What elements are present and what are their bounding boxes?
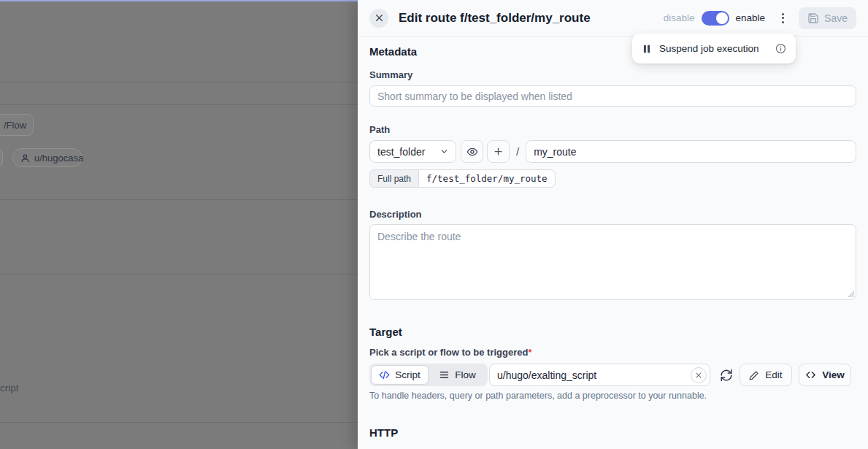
tab-flow-label: Flow [455,369,476,380]
description-wrap [369,224,856,300]
http-heading: HTTP [369,426,856,439]
runnable-kind-toggle: Script Flow [369,364,488,386]
toggle-enable-label: enable [736,12,766,23]
code-icon [379,369,390,380]
edit-runnable-button[interactable]: Edit [740,364,792,386]
app: /Flow u/hugocasa cript Edit route f/test… [0,0,868,449]
close-button[interactable] [369,9,388,28]
background-user-chip-label: u/hugocasa [34,153,83,164]
angle-brackets-icon [805,369,816,380]
background-chip-fragment [0,148,3,167]
suspend-job-label: Suspend job execution [659,43,775,54]
background-divider [0,199,358,200]
info-icon [775,43,786,54]
background-flow-chip-label: /Flow [4,120,26,131]
description-textarea[interactable] [369,224,856,300]
toggle-knob [716,12,728,24]
summary-label: Summary [369,70,856,80]
drawer-header: Edit route f/test_folder/my_route disabl… [358,0,868,37]
save-icon [807,12,819,24]
save-button-label: Save [824,12,848,24]
refresh-icon [720,369,733,382]
tab-script[interactable]: Script [371,365,429,385]
x-icon [695,372,702,379]
path-label: Path [369,125,856,135]
full-path-row: Full path f/test_folder/my_route [369,169,556,188]
background-divider [0,422,358,423]
full-path-value: f/test_folder/my_route [418,169,556,188]
preview-folder-button[interactable] [461,140,483,163]
plus-icon [493,146,504,157]
background-script-fragment: cript [0,383,19,394]
person-icon [20,153,30,163]
target-row: Script Flow [369,364,856,386]
background-divider [0,82,358,82]
runnable-input-wrap [489,364,710,386]
tab-flow[interactable]: Flow [429,365,486,385]
edit-route-drawer: Edit route f/test_folder/my_route disabl… [358,0,868,449]
enable-toggle[interactable] [702,11,729,26]
view-button-label: View [822,369,845,380]
add-folder-button[interactable] [487,140,510,163]
runnable-path-input[interactable] [489,364,710,386]
path-row: test_folder / [369,140,856,163]
folder-select-value: test_folder [377,146,425,158]
target-heading: Target [369,326,856,338]
more-options-button[interactable] [775,9,790,28]
background-flow-chip: /Flow [0,114,34,136]
background-divider [0,104,358,105]
description-label: Description [369,210,856,220]
summary-input[interactable] [369,85,856,107]
close-icon [375,13,384,23]
pause-icon [642,44,652,54]
folder-select[interactable]: test_folder [369,140,456,163]
background-divider [0,274,358,275]
background-page: /Flow u/hugocasa cript [0,0,358,449]
tab-script-label: Script [395,369,420,380]
full-path-badge: Full path [369,169,418,188]
background-accent-line [0,0,358,1]
picker-label: Pick a script or flow to be triggered* [369,348,856,358]
eye-icon [466,146,478,158]
background-user-chip: u/hugocasa [12,148,82,167]
edit-button-label: Edit [765,369,782,380]
view-runnable-button[interactable]: View [799,364,851,386]
refresh-button[interactable] [720,369,733,382]
chevron-down-icon [439,147,449,156]
drawer-content: Metadata Summary Path test_folder / [358,45,868,449]
path-separator: / [516,145,519,158]
drawer-title: Edit route f/test_folder/my_route [399,11,664,26]
save-button[interactable]: Save [799,7,856,29]
route-name-input[interactable] [526,140,856,163]
clear-runnable-button[interactable] [691,367,707,383]
suspend-job-menu-item[interactable]: Suspend job execution [632,34,796,64]
required-mark: * [528,347,531,358]
toggle-disable-label: disable [664,12,695,23]
preprocessor-helper-text: To handle headers, query or path paramet… [369,391,856,401]
pencil-icon [749,370,759,380]
flow-icon [439,369,450,380]
picker-label-text: Pick a script or flow to be triggered [369,347,528,358]
